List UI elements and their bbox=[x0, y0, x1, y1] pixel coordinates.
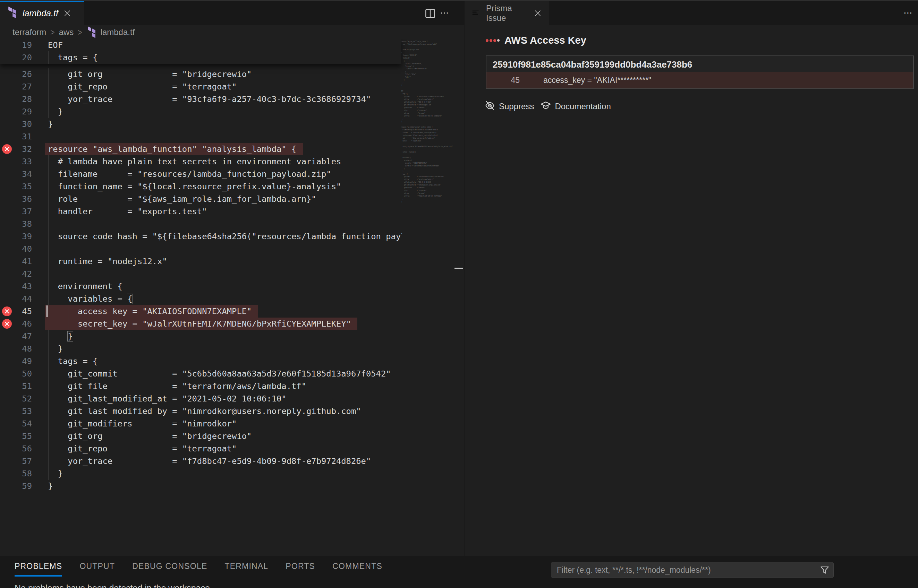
code-line-36[interactable]: 36 role = "${aws_iam_role.iam_for_lambda… bbox=[0, 193, 464, 205]
panel-tab-terminal[interactable]: TERMINAL bbox=[225, 562, 268, 577]
line-number[interactable]: 27 bbox=[0, 81, 32, 93]
code-line-58[interactable]: 58 } bbox=[0, 467, 464, 480]
tab-lambda-tf[interactable]: lambda.tf bbox=[0, 1, 84, 26]
line-number[interactable]: 48 bbox=[0, 342, 32, 355]
line-number[interactable]: 56 bbox=[0, 443, 32, 455]
finding-line-number: 45 bbox=[486, 76, 520, 85]
line-number[interactable]: 54 bbox=[0, 417, 32, 430]
line-number[interactable]: 44 bbox=[0, 292, 32, 305]
line-number[interactable]: 35 bbox=[0, 180, 32, 193]
line-number[interactable]: 38 bbox=[0, 218, 32, 230]
code-line-28[interactable]: 28 yor_trace = "93cfa6f9-a257-40c3-b7dc-… bbox=[0, 93, 464, 105]
line-number[interactable]: 55 bbox=[0, 430, 32, 443]
code-line-50[interactable]: 50 git_commit = "5c6b5d60a8aa63a5d37e60f… bbox=[0, 367, 464, 380]
code-line-29[interactable]: 29 } bbox=[0, 105, 464, 118]
line-number[interactable]: 50 bbox=[0, 367, 32, 380]
code-line-32[interactable]: 32resource "aws_lambda_function" "analys… bbox=[0, 143, 464, 155]
panel-tab-problems[interactable]: PROBLEMS bbox=[15, 562, 62, 577]
line-number[interactable]: 31 bbox=[0, 130, 32, 143]
code-line-46[interactable]: 46 secret_key = "wJalrXUtnFEMI/K7MDENG/b… bbox=[0, 318, 464, 330]
line-number[interactable]: 58 bbox=[0, 467, 32, 480]
code-line-37[interactable]: 37 handler = "exports.test" bbox=[0, 205, 464, 218]
line-number[interactable]: 19 bbox=[0, 39, 32, 51]
code-line-27[interactable]: 27 git_repo = "terragoat" bbox=[0, 81, 464, 93]
panel-tab-comments[interactable]: COMMENTS bbox=[332, 562, 382, 577]
suppress-button[interactable]: Suppress bbox=[484, 100, 534, 113]
code-line-31[interactable]: 31 bbox=[0, 130, 464, 143]
line-number[interactable]: 33 bbox=[0, 155, 32, 168]
line-number[interactable]: 40 bbox=[0, 243, 32, 255]
line-number[interactable]: 28 bbox=[0, 93, 32, 105]
breadcrumb-item-file[interactable]: lambda.tf bbox=[100, 27, 135, 37]
code-line-52[interactable]: 52 git_last_modified_at = "2021-05-02 10… bbox=[0, 393, 464, 405]
code-line-40[interactable]: 40 bbox=[0, 243, 464, 255]
line-number[interactable]: 26 bbox=[0, 68, 32, 81]
line-number[interactable]: 49 bbox=[0, 355, 32, 367]
finding-row[interactable]: 45 access_key = "AKIAI**********" bbox=[486, 72, 913, 89]
line-number[interactable]: 53 bbox=[0, 405, 32, 417]
line-number[interactable]: 59 bbox=[0, 480, 32, 492]
filter-funnel-icon[interactable] bbox=[819, 565, 830, 577]
more-actions-icon[interactable]: ⋯ bbox=[440, 11, 450, 15]
code-line-55[interactable]: 55 git_org = "bridgecrewio" bbox=[0, 430, 464, 443]
code-line-54[interactable]: 54 git_modifiers = "nimrodkor" bbox=[0, 417, 464, 430]
code-line-41[interactable]: 41 runtime = "nodejs12.x" bbox=[0, 255, 464, 268]
code-line-56[interactable]: 56 git_repo = "terragoat" bbox=[0, 443, 464, 455]
close-icon[interactable] bbox=[63, 9, 71, 17]
breadcrumb-item-aws[interactable]: aws bbox=[59, 27, 74, 37]
code-line-53[interactable]: 53 git_last_modified_by = "nimrodkor@use… bbox=[0, 405, 464, 417]
code-line-59[interactable]: 59} bbox=[0, 480, 464, 492]
code-line-47[interactable]: 47 } bbox=[0, 330, 464, 342]
code-line-39[interactable]: 39 source_code_hash = "${filebase64sha25… bbox=[0, 230, 464, 243]
line-number[interactable]: 42 bbox=[0, 268, 32, 280]
code-line-35[interactable]: 35 function_name = "${local.resource_pre… bbox=[0, 180, 464, 193]
code-line-33[interactable]: 33 # lambda have plain text secrets in e… bbox=[0, 155, 464, 168]
sticky-scroll[interactable]: 19EOF20 tags = { bbox=[0, 39, 402, 64]
code-line-51[interactable]: 51 git_file = "terraform/aws/lambda.tf" bbox=[0, 380, 464, 393]
line-number[interactable]: 51 bbox=[0, 380, 32, 393]
line-number[interactable]: 30 bbox=[0, 118, 32, 130]
line-number[interactable]: 52 bbox=[0, 393, 32, 405]
filter-input[interactable] bbox=[551, 562, 833, 578]
code-line-57[interactable]: 57 yor_trace = "f7d8bc47-e5d9-4b09-9d8f-… bbox=[0, 455, 464, 467]
code-line-38[interactable]: 38 bbox=[0, 218, 464, 230]
code-text: role = "${aws_iam_role.iam_for_lambda.ar… bbox=[48, 193, 402, 205]
line-number[interactable]: 57 bbox=[0, 455, 32, 467]
split-editor-icon[interactable] bbox=[425, 8, 436, 21]
terraform-icon bbox=[86, 26, 97, 38]
breadcrumb-item-terraform[interactable]: terraform bbox=[13, 27, 46, 37]
panel-tab-debug-console[interactable]: DEBUG CONSOLE bbox=[132, 562, 207, 577]
line-number[interactable]: 29 bbox=[0, 105, 32, 118]
close-icon[interactable] bbox=[534, 9, 542, 17]
documentation-button[interactable]: Documentation bbox=[540, 100, 610, 113]
line-number[interactable]: 34 bbox=[0, 168, 32, 180]
line-number[interactable]: 32 bbox=[0, 143, 32, 155]
line-number[interactable]: 36 bbox=[0, 193, 32, 205]
code-line-26[interactable]: 26 git_org = "bridgecrewio" bbox=[0, 68, 464, 81]
code-line-42[interactable]: 42 bbox=[0, 268, 464, 280]
panel-tab-output[interactable]: OUTPUT bbox=[79, 562, 115, 577]
code-line-30[interactable]: 30} bbox=[0, 118, 464, 130]
code-line-34[interactable]: 34 filename = "resources/lambda_function… bbox=[0, 168, 464, 180]
sticky-line-20[interactable]: 20 tags = { bbox=[0, 51, 402, 64]
code-line-45[interactable]: 45 access_key = "AKIAIOSFODNN7EXAMPLE" bbox=[0, 305, 464, 318]
panel-tab-ports[interactable]: PORTS bbox=[285, 562, 315, 577]
code-line-49[interactable]: 49 tags = { bbox=[0, 355, 464, 367]
more-actions-icon[interactable]: ⋯ bbox=[903, 11, 913, 15]
line-number[interactable]: 45 bbox=[0, 305, 32, 318]
minimap[interactable]: resource "aws_iam_role" "iam_for_lambda"… bbox=[402, 40, 454, 553]
line-number[interactable]: 47 bbox=[0, 330, 32, 342]
line-number[interactable]: 37 bbox=[0, 205, 32, 218]
code-line-44[interactable]: 44 variables = { bbox=[0, 292, 464, 305]
line-number[interactable]: 20 bbox=[0, 51, 32, 64]
code-line-43[interactable]: 43 environment { bbox=[0, 280, 464, 292]
sticky-line-19[interactable]: 19EOF bbox=[0, 39, 402, 51]
tab-label: Prisma Issue bbox=[486, 3, 529, 23]
line-number[interactable]: 43 bbox=[0, 280, 32, 292]
line-number[interactable]: 41 bbox=[0, 255, 32, 268]
code-editor[interactable]: 26 git_org = "bridgecrewio"27 git_repo =… bbox=[0, 39, 464, 556]
line-number[interactable]: 39 bbox=[0, 230, 32, 243]
line-number[interactable]: 46 bbox=[0, 318, 32, 330]
code-line-48[interactable]: 48 } bbox=[0, 342, 464, 355]
tab-prisma-issue[interactable]: Prisma Issue bbox=[465, 1, 549, 26]
